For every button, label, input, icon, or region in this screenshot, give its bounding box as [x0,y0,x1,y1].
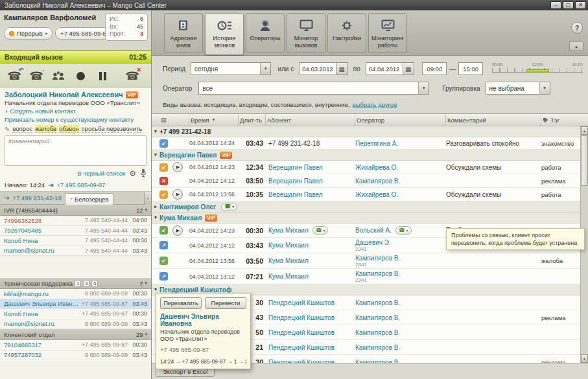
tab-work-monitoring[interactable]: Мониторинг работы [368,13,407,53]
collapse-panel-button[interactable]: ▴ [569,41,583,51]
abonent-link[interactable]: Пендрецкий Кшиштов [268,344,335,351]
bind-number-link[interactable]: Привязать номер к существующему контакту [5,116,147,123]
forwarded-number-link[interactable]: +7 495 685-09-87 [56,181,105,189]
period-select[interactable]: сегодня ▾ [191,62,271,75]
expander-icon[interactable]: ▾ [152,129,159,134]
tab-call-history[interactable]: История звонков [205,13,244,55]
table-row[interactable]: ↗04.04.2012 13:1207:21Кума МихаилКампиля… [152,269,580,284]
queue-item[interactable]: 749963825287 495 540-44-4404:00 [0,216,151,226]
queue-item-name[interactable]: Дашевич Эльвира Ивановна [4,300,79,307]
caller-tag[interactable]: обзвон [59,125,78,133]
queue-header[interactable]: Техническая поддержка1357▾ [0,278,151,289]
grouping-select[interactable]: не выбрана ▾ [486,82,550,95]
column-abonent[interactable]: Абонент [266,114,355,126]
close-icon[interactable]: ✕ [575,1,586,9]
phone-action-chip[interactable]: ☎▾ [395,226,412,235]
table-row[interactable]: ↙▶04.04.2012 13:5610:35Верещагин ПавелЖи… [152,188,580,201]
abonent-link[interactable]: Пендрецкий Кшиштов [268,329,335,336]
queue-count[interactable]: 12 [136,207,143,214]
help-button[interactable]: ? [571,22,583,34]
gear-icon[interactable]: ⚙ [129,169,136,178]
operator-link[interactable]: Перетягина А. [355,140,398,147]
operator-link[interactable]: Вольский А. [355,227,392,234]
line-number-link[interactable]: +7 499 231-42-18 [12,194,61,201]
table-row[interactable]: ✕04.04.2012 14:1203:50Верещагин ПавелКам… [152,174,580,188]
group-header[interactable]: ▾Верещагин ПавелVIP [152,150,580,161]
abonent-link[interactable]: Верещагин Павел [268,164,323,171]
queue-item-name[interactable]: 79267045485 [4,227,82,234]
abonent-link[interactable]: Верещагин Павел [268,191,323,198]
abonent-link[interactable]: Кума Михаил [268,273,309,280]
expander-icon[interactable]: ▾ [152,152,159,157]
queue-item[interactable]: Колоб Нина+7 495 685-09-8700:30 [0,309,151,319]
sidebar-collapse-button[interactable]: ‹ [144,192,151,205]
scroll-up-icon[interactable]: ▲ [581,126,588,135]
conference-icon[interactable] [49,67,67,85]
abonent-link[interactable]: Кума Михаил [268,242,309,249]
maximize-icon[interactable]: ▢ [563,1,574,9]
tab-address-book[interactable]: Адресная книга [164,13,203,53]
table-row[interactable]: ↙04.04.2012 14:2403:43+7 499 231-42-18Пе… [152,137,580,150]
table-row[interactable]: ↙▶04.04.2012 14:2312:34Верещагин ПавелЖи… [152,161,580,174]
queue-item-name[interactable]: kilifa@mango.ru [4,290,82,297]
queue-header[interactable]: IVR (74955404444)12▾ [0,205,151,216]
hangup-icon[interactable]: ☎✕ [123,67,141,85]
calendar-icon[interactable]: ▦ [403,62,415,75]
queue-item[interactable]: 79104885317+7 495 685-09-8700:30 [0,340,151,350]
queue-item[interactable]: 792670454857 495 540-44-4403:43 [0,226,151,236]
minimize-icon[interactable]: – [550,1,561,9]
operator-link[interactable]: Кампиляров В. [355,178,400,185]
queue-item-name[interactable]: Колоб Нина [4,237,82,244]
phone-action-chip[interactable]: ☎▾ [312,226,329,235]
tab-call-monitor[interactable]: Монитор вызовов [287,13,325,53]
date-from-input[interactable]: 04.03.2012 [299,62,336,75]
calendar-icon[interactable]: ▦ [336,62,348,75]
group-name[interactable]: Пендрецкий Кшиштоф [159,286,232,293]
column-tag[interactable]: Тэг [541,114,588,126]
table-row[interactable]: ↙04.04.2012 13:5603:50Кума МихаилКампиля… [152,253,580,269]
transfer-button[interactable]: Перевести [205,297,246,309]
caller-tag[interactable]: вопрос [12,125,32,133]
column-time[interactable]: Время ▼ [189,114,239,126]
expander-icon[interactable]: ▾ [152,287,159,292]
group-name[interactable]: +7 499 231-42-18 [159,128,211,135]
time-to-input[interactable]: 15:00 [458,62,483,75]
play-record-button[interactable]: ▶ [172,162,183,172]
phone-action-chip[interactable]: ☎▾ [221,203,237,211]
queue-item[interactable]: kilifa@mango.ru8 800 689-09-0900:30 [0,289,151,299]
group-header[interactable]: ▸Кантимиров Олег☎▾ [152,201,580,212]
intercept-button[interactable]: Перехватить [160,297,202,309]
agent-status-dropdown[interactable]: Перерыв ▾ [4,27,53,40]
time-range-slider[interactable]: 00:00 12:00 24:00 [492,62,583,75]
abonent-link[interactable]: Пендрецкий Кшиштов [268,314,335,321]
popup-contact-name[interactable]: Дашевич Эльвира Ивановна [160,313,246,327]
microphone-icon[interactable] [140,168,147,178]
hold-icon[interactable] [93,67,112,85]
operator-link[interactable]: Жихайрева О. [355,164,398,171]
comment-field[interactable]: Комментарий: [5,135,147,166]
caller-tag[interactable]: жалоба [35,125,56,133]
operator-link[interactable]: Кампиляров В. [355,270,400,277]
blacklist-link[interactable]: В черный список [77,170,125,177]
operator-link[interactable]: Жихайрева О. [355,191,398,198]
choose-other-link[interactable]: выбрать другое [353,101,397,108]
abonent-link[interactable]: Кума Михаил [268,227,309,234]
tab-settings[interactable]: Настройки [327,13,366,53]
queue-item-name[interactable]: Колоб Нина [4,310,79,317]
scroll-down-icon[interactable]: ▼ [581,354,588,363]
record-icon[interactable] [71,67,89,85]
transfer-call-icon[interactable]: ☎→ [27,67,45,85]
slider-selected-range[interactable] [526,69,549,73]
operator-link[interactable]: Кампиляров В. [355,255,400,262]
queue-item-name[interactable]: 74957287032 [4,351,82,358]
abonent-link[interactable]: Верещагин Павел [268,178,323,185]
caller-tag[interactable]: просьба перезвонить [82,125,143,133]
queue-item[interactable]: Колоб Нина7 495 540-44-4400:30 [0,236,151,246]
answer-call-icon[interactable]: ☎↶ [5,67,23,85]
queue-item-name[interactable]: 74996382528 [4,217,82,224]
abonent-link[interactable]: +7 499 231-42-18 [268,140,320,147]
queue-item[interactable]: 749572870328 800 689-09-0903:43 [0,350,151,361]
operator-link[interactable]: Кампиляров В. [355,314,400,321]
expander-icon[interactable]: ▸ [152,204,159,209]
queue-item[interactable]: mamon@sipnet.ru7 495 540-44-4403:43 [0,246,151,257]
